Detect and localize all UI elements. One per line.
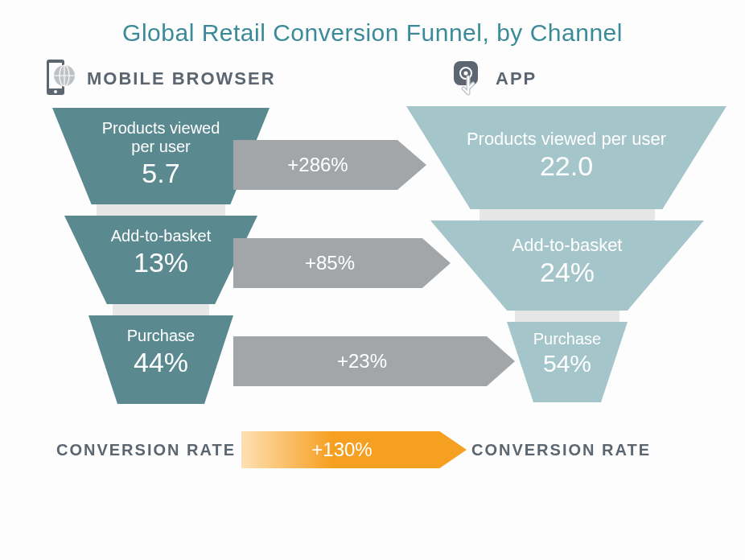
mobile-browser-icon [40, 58, 79, 100]
lift-value: +23% [233, 336, 491, 386]
funnel-right-purchase: Purchase 54% [507, 322, 628, 402]
channel-label-left: MOBILE BROWSER [87, 68, 276, 89]
funnel-right-products-viewed: Products viewed per user 22.0 [406, 106, 726, 209]
chart-title: Global Retail Conversion Funnel, by Chan… [0, 0, 745, 55]
channel-header-mobile-browser: MOBILE BROWSER [40, 58, 276, 100]
conversion-label-right: CONVERSION RATE [471, 441, 651, 459]
lift-arrow-products-viewed: +286% [233, 140, 426, 190]
funnel-neck [515, 311, 619, 322]
conversion-rate-row: CONVERSION RATE +130% CONVERSION RATE [0, 431, 745, 468]
funnel-neck [113, 304, 209, 315]
lift-arrow-add-to-basket: +85% [233, 238, 451, 288]
channel-label-right: APP [496, 68, 537, 89]
seg-label: Purchase [507, 330, 628, 348]
seg-label: Add-to-basket [430, 235, 704, 255]
seg-label: Purchase [88, 327, 233, 345]
funnel-right-add-to-basket: Add-to-basket 24% [430, 220, 704, 311]
lift-value: +130% [241, 431, 442, 468]
funnel-neck [97, 204, 225, 216]
lift-value: +286% [233, 140, 402, 190]
app-icon [449, 58, 488, 100]
seg-label: Products viewed per user [406, 129, 726, 149]
channel-header-app: APP [449, 58, 537, 100]
seg-label: Add-to-basket [64, 227, 257, 245]
conversion-label-left: CONVERSION RATE [56, 441, 236, 459]
svg-point-2 [54, 90, 57, 93]
seg-value: 13% [64, 247, 257, 278]
lift-value: +85% [233, 238, 426, 288]
funnel-neck [480, 209, 655, 220]
chart-area: MOBILE BROWSER APP Products viewed per u… [0, 55, 745, 554]
seg-value: 22.0 [406, 150, 726, 182]
svg-point-7 [463, 71, 467, 75]
lift-arrow-conversion: +130% [241, 431, 467, 468]
seg-value: 44% [88, 347, 233, 378]
seg-value: 54% [507, 350, 628, 377]
funnel-left-purchase: Purchase 44% [88, 315, 233, 404]
lift-arrow-purchase: +23% [233, 336, 515, 386]
seg-value: 24% [430, 257, 704, 288]
funnel-left-add-to-basket: Add-to-basket 13% [64, 216, 257, 304]
